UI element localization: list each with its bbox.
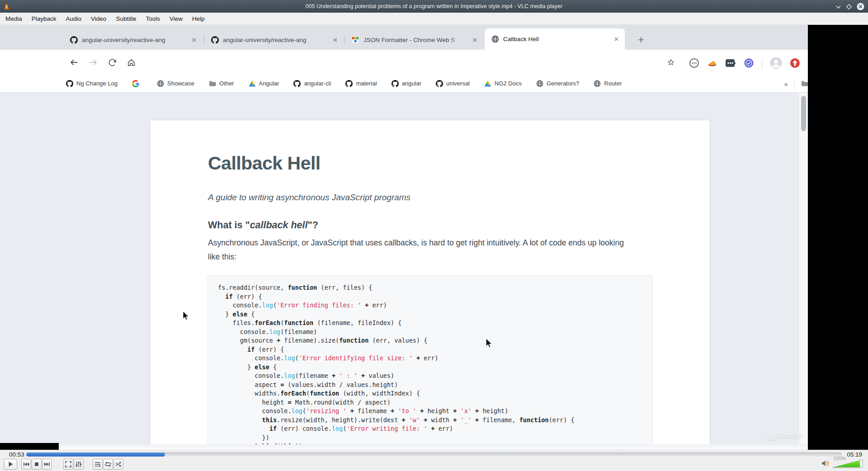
- chrome-webstore-icon: [351, 36, 359, 44]
- extension-stack-icon[interactable]: [707, 58, 717, 70]
- bookmark-angular[interactable]: Angular: [249, 80, 279, 87]
- bookmark-angular-cli[interactable]: angular-cli: [293, 80, 331, 87]
- github-icon: [70, 36, 78, 44]
- udemy-logo-icon: u: [766, 429, 775, 443]
- tab-close-icon[interactable]: [190, 36, 198, 44]
- tab-close-icon[interactable]: [612, 35, 620, 43]
- total-time: 05:19: [847, 451, 862, 458]
- volume-slider[interactable]: [833, 459, 863, 470]
- tab-github-1[interactable]: angular-university/reactive-ang: [63, 30, 203, 50]
- menu-audio[interactable]: Audio: [66, 15, 82, 22]
- home-icon[interactable]: [125, 56, 137, 69]
- menu-tools[interactable]: Tools: [146, 15, 160, 22]
- intro-paragraph: Asynchronous JavaScript, or JavaScript t…: [208, 236, 637, 264]
- globe-icon: [491, 35, 499, 43]
- fullscreen-button[interactable]: [63, 459, 73, 470]
- content-card: Callback Hell A guide to writing asynchr…: [150, 120, 710, 450]
- extension-badge-check-icon[interactable]: [744, 58, 754, 70]
- bookmark-angular-gh[interactable]: angular: [392, 80, 421, 87]
- menubar: Media Playback Audio Video Subtitle Tool…: [0, 13, 868, 25]
- seek-fill: [26, 452, 165, 457]
- menu-help[interactable]: Help: [192, 15, 205, 22]
- tab-close-icon[interactable]: [471, 36, 479, 44]
- github-icon: [211, 36, 219, 44]
- elapsed-time: 00:53: [9, 451, 24, 458]
- mouse-cursor: [182, 311, 190, 320]
- bookmark-showcase[interactable]: Showcase: [157, 80, 194, 87]
- bookmark-universal[interactable]: universal: [436, 80, 470, 87]
- tab-callback-hell-active[interactable]: Callback Hell: [485, 28, 625, 50]
- loop-button[interactable]: [103, 459, 113, 470]
- video-pillarbox: [808, 25, 868, 450]
- extension-json-formatter-icon[interactable]: [689, 58, 699, 70]
- reload-icon[interactable]: [106, 56, 118, 69]
- menu-video[interactable]: Video: [91, 15, 106, 22]
- bookmarks-overflow-chevron[interactable]: »: [784, 80, 788, 88]
- bookmark-ng-change-log[interactable]: Ng Change Log: [66, 80, 118, 87]
- tab-strip: angular-university/reactive-ang angular-…: [0, 25, 808, 50]
- tab-separator: [203, 35, 204, 45]
- page-subtitle: A guide to writing asynchronous JavaScri…: [208, 193, 410, 203]
- shuffle-button[interactable]: [113, 459, 123, 470]
- back-icon[interactable]: [68, 56, 80, 69]
- previous-button[interactable]: [21, 459, 31, 470]
- extension-dots-icon[interactable]: [725, 58, 736, 70]
- tab-close-icon[interactable]: [331, 36, 339, 44]
- page-title: Callback Hell: [208, 153, 321, 174]
- menu-playback[interactable]: Playback: [32, 15, 57, 22]
- play-button[interactable]: [4, 459, 17, 470]
- menu-media[interactable]: Media: [5, 15, 22, 22]
- video-bottom-edge: [59, 444, 808, 450]
- code-block: fs.readdir(source, function (err, files)…: [208, 276, 652, 450]
- next-button[interactable]: [42, 459, 52, 470]
- tab-github-2[interactable]: angular-university/reactive-ang: [204, 30, 344, 50]
- speaker-icon[interactable]: [821, 460, 830, 469]
- minimize-icon[interactable]: [835, 4, 841, 12]
- video-bottom-black: [0, 443, 59, 450]
- udemy-watermark: u Udemy: [766, 429, 802, 443]
- bookmark-folder-other[interactable]: Other: [209, 80, 234, 87]
- section-heading: What is "callback hell"?: [208, 220, 318, 231]
- toolbar-divider: [762, 59, 762, 69]
- bookmark-google[interactable]: [132, 80, 142, 87]
- bookmark-generators[interactable]: Generators?: [536, 80, 579, 87]
- stop-button[interactable]: [32, 459, 42, 470]
- tab-separator: [344, 35, 344, 45]
- bookmark-star-icon[interactable]: [665, 56, 677, 69]
- titlebar[interactable]: 005 Understanding potential problems of …: [0, 0, 868, 13]
- new-tab-button[interactable]: [635, 33, 647, 46]
- vlc-window: 005 Understanding potential problems of …: [0, 0, 868, 471]
- vlc-control-panel: 00:53 05:19: [0, 450, 868, 471]
- browser-toolbar: Not Secure callbackhell.com: [0, 50, 808, 75]
- scrollbar-track[interactable]: [798, 93, 808, 450]
- window-title: 005 Understanding potential problems of …: [0, 0, 868, 13]
- playlist-button[interactable]: [93, 459, 103, 470]
- bookmarks-divider: [794, 79, 795, 88]
- bookmarks-bar: Ng Change Log Showcase Other Angular ang…: [0, 75, 808, 93]
- video-frame[interactable]: angular-university/reactive-ang angular-…: [0, 25, 868, 450]
- seek-bar[interactable]: [26, 452, 842, 457]
- menu-subtitle[interactable]: Subtitle: [116, 15, 136, 22]
- bookmark-material[interactable]: material: [345, 80, 377, 87]
- recorded-cursor: [485, 338, 493, 348]
- web-page: Callback Hell A guide to writing asynchr…: [0, 93, 808, 450]
- forward-icon[interactable]: [87, 56, 99, 69]
- menu-view[interactable]: View: [170, 15, 183, 22]
- bookmark-router[interactable]: Router: [594, 80, 622, 87]
- extended-settings-button[interactable]: [74, 459, 84, 470]
- scrollbar-thumb[interactable]: [801, 96, 806, 131]
- tab-webstore[interactable]: JSON Formatter - Chrome Web S: [345, 30, 483, 50]
- profile-avatar[interactable]: [770, 57, 782, 71]
- bookmark-ng2-docs[interactable]: NG2 Docs: [484, 80, 522, 87]
- extension-red-arrow-icon[interactable]: [790, 58, 800, 70]
- maximize-icon[interactable]: [846, 4, 852, 12]
- close-icon[interactable]: [857, 3, 864, 12]
